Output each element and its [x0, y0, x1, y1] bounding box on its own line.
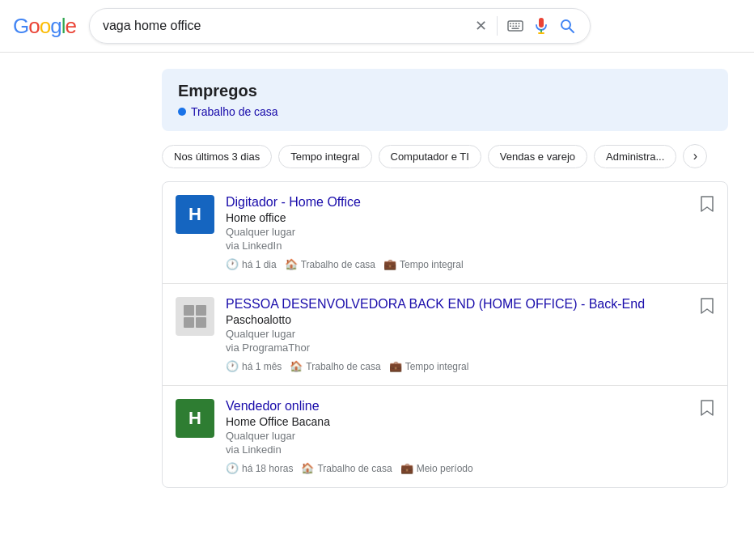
search-bar: ✕ [89, 8, 591, 44]
chip-admin[interactable]: Administra... [594, 145, 676, 168]
home-icon: 🏠 [301, 462, 314, 474]
svg-rect-1 [510, 23, 511, 25]
briefcase-icon: 💼 [400, 462, 413, 474]
main-content: Empregos Trabalho de casa Nos últimos 3 … [0, 53, 754, 504]
grid-logo-icon [184, 305, 206, 328]
job-location-3: Qualquer lugar [226, 430, 714, 442]
job-title-3[interactable]: Vendedor online [226, 399, 714, 414]
job-tag-home-2: 🏠 Trabalho de casa [290, 360, 380, 372]
search-submit-button[interactable] [557, 16, 577, 36]
clock-icon: 🕐 [226, 258, 239, 270]
svg-rect-10 [539, 18, 544, 28]
job-tag-home-3: 🏠 Trabalho de casa [301, 462, 392, 474]
job-tag-type-1: 💼 Tempo integral [383, 258, 464, 270]
briefcase-icon: 💼 [389, 360, 402, 372]
home-icon: 🏠 [285, 258, 298, 270]
job-title-1[interactable]: Digitador - Home Office [226, 195, 714, 210]
job-company-2: Paschoalotto [226, 313, 714, 326]
divider [497, 16, 498, 36]
job-logo-2 [176, 297, 214, 336]
blue-dot-icon [178, 108, 186, 116]
search-input[interactable] [103, 19, 467, 33]
chip-recent[interactable]: Nos últimos 3 dias [162, 145, 272, 168]
header: G o o g l e ✕ [0, 0, 754, 53]
chip-fulltime[interactable]: Tempo integral [278, 145, 371, 168]
job-tag-type-2: 💼 Tempo integral [389, 360, 469, 372]
chip-computer[interactable]: Computador e TI [379, 145, 481, 168]
job-tag-time-1: 🕐 há 1 dia [226, 258, 277, 270]
job-info-2: PESSOA DESENVOLVEDORA BACK END (HOME OFF… [226, 297, 714, 372]
job-via-2: via ProgramaThor [226, 342, 714, 354]
bookmark-button-2[interactable] [700, 297, 714, 319]
table-row: PESSOA DESENVOLVEDORA BACK END (HOME OFF… [163, 284, 727, 386]
bookmark-button-3[interactable] [700, 399, 714, 421]
job-location-1: Qualquer lugar [226, 226, 714, 238]
svg-rect-8 [518, 26, 519, 28]
chip-sales[interactable]: Vendas e varejo [488, 145, 587, 168]
home-icon: 🏠 [290, 360, 303, 372]
svg-rect-7 [515, 26, 517, 28]
search-icons: ✕ [473, 15, 577, 36]
google-logo: G o o g l e [13, 14, 76, 39]
svg-rect-3 [515, 23, 517, 25]
job-tags-2: 🕐 há 1 mês 🏠 Trabalho de casa 💼 Tempo in… [226, 360, 714, 372]
mic-icon[interactable] [533, 15, 549, 36]
jobs-subtitle-text: Trabalho de casa [191, 105, 278, 118]
job-logo-1: H [176, 195, 214, 234]
table-row: H Vendedor online Home Office Bacana Qua… [163, 386, 727, 487]
job-tags-1: 🕐 há 1 dia 🏠 Trabalho de casa 💼 Tempo in… [226, 258, 714, 270]
svg-rect-4 [518, 23, 519, 25]
job-info-1: Digitador - Home Office Home office Qual… [226, 195, 714, 270]
keyboard-icon[interactable] [506, 19, 525, 33]
briefcase-icon: 💼 [383, 258, 396, 270]
clear-button[interactable]: ✕ [473, 15, 489, 36]
job-logo-3: H [176, 399, 214, 438]
svg-rect-5 [510, 26, 511, 28]
job-tag-type-3: 💼 Meio período [400, 462, 473, 474]
jobs-subtitle: Trabalho de casa [178, 105, 712, 118]
job-via-3: via Linkedin [226, 443, 714, 456]
svg-rect-2 [512, 23, 514, 25]
job-via-1: via LinkedIn [226, 240, 714, 252]
job-tag-time-2: 🕐 há 1 mês [226, 360, 282, 372]
table-row: H Digitador - Home Office Home office Qu… [163, 182, 727, 284]
job-tag-home-1: 🏠 Trabalho de casa [285, 258, 375, 270]
job-list: H Digitador - Home Office Home office Qu… [162, 181, 728, 488]
jobs-header-card: Empregos Trabalho de casa [162, 69, 728, 131]
svg-rect-6 [512, 26, 514, 28]
job-tags-3: 🕐 há 18 horas 🏠 Trabalho de casa 💼 Meio … [226, 462, 714, 474]
job-info-3: Vendedor online Home Office Bacana Qualq… [226, 399, 714, 474]
job-company-3: Home Office Bacana [226, 415, 714, 428]
svg-rect-9 [511, 28, 519, 30]
filter-chips: Nos últimos 3 dias Tempo integral Comput… [162, 144, 728, 168]
job-location-2: Qualquer lugar [226, 328, 714, 340]
jobs-title: Empregos [178, 82, 712, 100]
svg-line-14 [570, 28, 574, 32]
clock-icon: 🕐 [226, 462, 239, 474]
job-tag-time-3: 🕐 há 18 horas [226, 462, 293, 474]
job-company-1: Home office [226, 211, 714, 224]
chips-arrow-button[interactable]: › [683, 144, 707, 168]
clock-icon: 🕐 [226, 360, 239, 372]
job-title-2[interactable]: PESSOA DESENVOLVEDORA BACK END (HOME OFF… [226, 297, 714, 312]
bookmark-button-1[interactable] [700, 195, 714, 217]
